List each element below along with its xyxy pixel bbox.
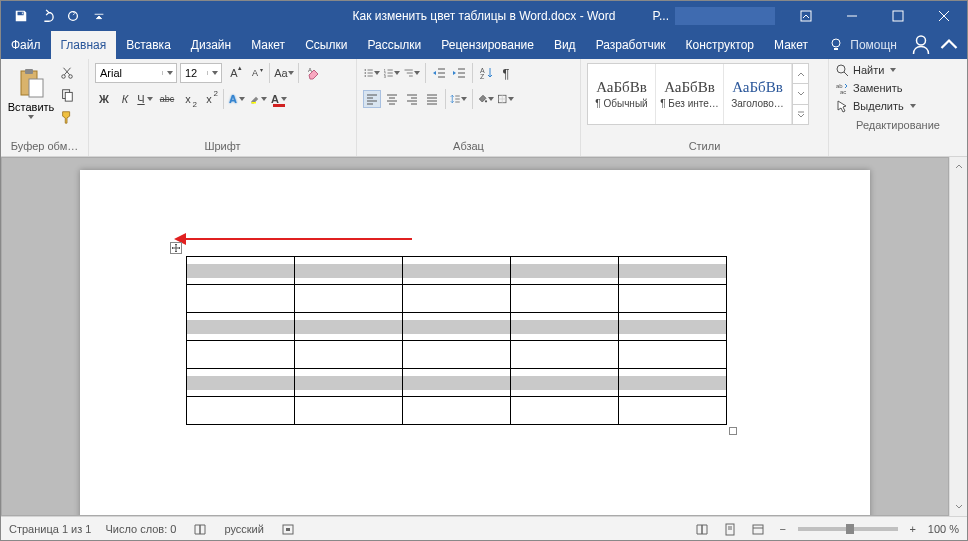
find-button[interactable]: Найти [835, 63, 961, 77]
tab-table-design[interactable]: Конструктор [676, 31, 764, 59]
subscript-button[interactable]: x2 [179, 90, 197, 108]
table-cell[interactable] [187, 341, 295, 369]
table-cell[interactable] [403, 341, 511, 369]
table-cell[interactable] [187, 313, 295, 341]
maximize-button[interactable] [875, 1, 921, 31]
status-language[interactable]: русский [224, 523, 263, 535]
share-button[interactable] [909, 33, 933, 57]
line-spacing-button[interactable] [450, 90, 468, 108]
tab-home[interactable]: Главная [51, 31, 117, 59]
table-cell[interactable] [511, 397, 619, 425]
shading-button[interactable] [477, 90, 495, 108]
table-cell[interactable] [187, 397, 295, 425]
align-right-button[interactable] [403, 90, 421, 108]
replace-button[interactable]: abacЗаменить [835, 81, 961, 95]
numbering-button[interactable]: 123 [383, 64, 401, 82]
table-cell[interactable] [295, 285, 403, 313]
align-center-button[interactable] [383, 90, 401, 108]
read-mode-button[interactable] [692, 520, 712, 538]
justify-button[interactable] [423, 90, 441, 108]
bullets-button[interactable] [363, 64, 381, 82]
table-cell[interactable] [295, 397, 403, 425]
table-cell[interactable] [511, 341, 619, 369]
status-macro[interactable] [278, 520, 298, 538]
sort-button[interactable]: AZ [477, 64, 495, 82]
table-move-handle[interactable] [170, 242, 182, 254]
table-cell[interactable] [511, 257, 619, 285]
redo-button[interactable] [61, 4, 85, 28]
tab-mailings[interactable]: Рассылки [357, 31, 431, 59]
table-cell[interactable] [295, 369, 403, 397]
status-spell-check[interactable] [190, 520, 210, 538]
table-cell[interactable] [511, 313, 619, 341]
user-account[interactable]: P... [645, 7, 783, 25]
tab-developer[interactable]: Разработчик [586, 31, 676, 59]
change-case-button[interactable]: Aa [275, 64, 293, 82]
scroll-down-button[interactable] [950, 498, 967, 516]
table-cell[interactable] [295, 341, 403, 369]
decrease-indent-button[interactable] [430, 64, 448, 82]
paste-button[interactable]: Вставить [7, 63, 55, 119]
font-color-button[interactable]: A [271, 90, 289, 108]
table-cell[interactable] [403, 285, 511, 313]
font-name-combo[interactable]: Arial [95, 63, 177, 83]
style-normal[interactable]: АаБбВв¶ Обычный [588, 64, 656, 124]
zoom-out-button[interactable]: − [776, 523, 790, 535]
tab-table-layout[interactable]: Макет [764, 31, 818, 59]
style-no-spacing[interactable]: АаБбВв¶ Без инте… [656, 64, 724, 124]
tab-layout[interactable]: Макет [241, 31, 295, 59]
document-area[interactable] [1, 157, 949, 516]
scroll-up-button[interactable] [950, 157, 967, 175]
table-cell[interactable] [403, 397, 511, 425]
undo-button[interactable] [35, 4, 59, 28]
grow-font-button[interactable]: A▴ [225, 64, 243, 82]
tab-references[interactable]: Ссылки [295, 31, 357, 59]
table-resize-handle[interactable] [729, 427, 737, 435]
table-cell[interactable] [619, 369, 727, 397]
save-button[interactable] [9, 4, 33, 28]
web-layout-button[interactable] [748, 520, 768, 538]
vertical-scrollbar[interactable] [949, 157, 967, 516]
page[interactable] [80, 170, 870, 516]
style-heading1[interactable]: АаБбВвЗаголово… [724, 64, 792, 124]
tab-design[interactable]: Дизайн [181, 31, 241, 59]
table-cell[interactable] [403, 313, 511, 341]
status-page[interactable]: Страница 1 из 1 [9, 523, 91, 535]
zoom-slider[interactable] [798, 527, 898, 531]
show-marks-button[interactable]: ¶ [497, 64, 515, 82]
copy-button[interactable] [57, 85, 77, 105]
multilevel-list-button[interactable] [403, 64, 421, 82]
table-cell[interactable] [619, 313, 727, 341]
cut-button[interactable] [57, 63, 77, 83]
table-cell[interactable] [619, 397, 727, 425]
table-cell[interactable] [295, 257, 403, 285]
increase-indent-button[interactable] [450, 64, 468, 82]
font-size-combo[interactable]: 12 [180, 63, 222, 83]
table-cell[interactable] [403, 369, 511, 397]
document-table[interactable] [186, 256, 727, 425]
zoom-thumb[interactable] [846, 524, 854, 534]
format-painter-button[interactable] [57, 107, 77, 127]
qat-customize-button[interactable] [87, 4, 111, 28]
italic-button[interactable]: К [116, 90, 134, 108]
select-button[interactable]: Выделить [835, 99, 961, 113]
collapse-ribbon-button[interactable] [937, 33, 961, 57]
minimize-button[interactable] [829, 1, 875, 31]
scroll-track[interactable] [950, 175, 967, 498]
table-cell[interactable] [187, 369, 295, 397]
tab-file[interactable]: Файл [1, 31, 51, 59]
tell-me-search[interactable]: Помощн [820, 37, 905, 53]
clear-formatting-button[interactable]: A [304, 64, 322, 82]
table-cell[interactable] [619, 257, 727, 285]
zoom-in-button[interactable]: + [906, 523, 920, 535]
borders-button[interactable] [497, 90, 515, 108]
ribbon-options-button[interactable] [783, 1, 829, 31]
tab-review[interactable]: Рецензирование [431, 31, 544, 59]
highlight-button[interactable] [250, 90, 268, 108]
table-cell[interactable] [403, 257, 511, 285]
styles-gallery[interactable]: АаБбВв¶ Обычный АаБбВв¶ Без инте… АаБбВв… [587, 63, 809, 125]
styles-gallery-more[interactable] [792, 64, 808, 124]
align-left-button[interactable] [363, 90, 381, 108]
table-cell[interactable] [187, 285, 295, 313]
status-word-count[interactable]: Число слов: 0 [105, 523, 176, 535]
